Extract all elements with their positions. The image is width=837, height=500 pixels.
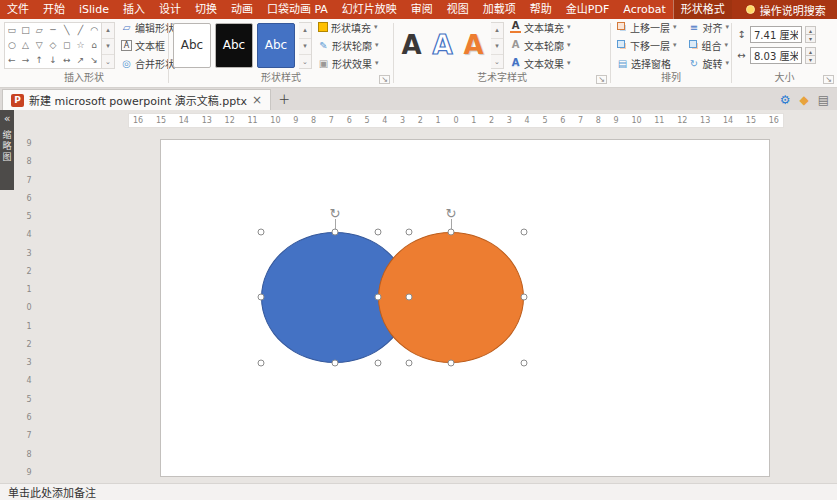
menu-tab-pocket-animation-pa[interactable]: 口袋动画 PA: [260, 0, 335, 19]
align-button[interactable]: ≡ 对齐 ▾: [687, 20, 732, 35]
height-spinner[interactable]: ▴ ▾: [805, 26, 816, 43]
menu-tab-review[interactable]: 审阅: [404, 0, 440, 19]
shape-style-preset-1[interactable]: Abc: [173, 23, 211, 68]
collapse-pane-icon[interactable]: «: [4, 112, 11, 125]
menu-tab-slide-show[interactable]: 幻灯片放映: [335, 0, 404, 19]
shape-icon[interactable]: ▭: [5, 23, 19, 38]
selection-handle[interactable]: [332, 229, 339, 236]
shape-icon[interactable]: ↗: [74, 53, 88, 68]
ruler-number: 13: [700, 116, 710, 125]
close-tab-icon[interactable]: ×: [252, 94, 262, 106]
shape-icon[interactable]: □: [19, 23, 33, 38]
menu-tab-jinshan-pdf[interactable]: 金山PDF: [559, 0, 616, 19]
shape-icon[interactable]: ○: [5, 38, 19, 53]
selection-pane-button[interactable]: ▤ 选择窗格: [615, 56, 679, 71]
shape-icon[interactable]: ↑: [32, 53, 46, 68]
shape-style-gallery-scrollbar[interactable]: ▴ ▾ ⌄: [299, 22, 312, 69]
document-tab[interactable]: P 新建 microsoft powerpoint 演示文稿.pptx ×: [2, 89, 271, 110]
selection-handle[interactable]: [521, 229, 528, 236]
rotate-icon: ↻: [689, 58, 700, 69]
shape-style-preset-3[interactable]: Abc: [257, 23, 295, 68]
shape-icon[interactable]: →: [19, 53, 33, 68]
text-box-icon: A: [121, 40, 132, 51]
shape-width-input[interactable]: [750, 47, 802, 64]
shape-gallery-scrollbar[interactable]: ▴ ▾ ⌄: [102, 22, 115, 69]
selection-handle[interactable]: [332, 360, 339, 367]
rotate-handle-icon[interactable]: ↻: [446, 207, 457, 220]
selection-handle[interactable]: [258, 229, 265, 236]
orange-circle-shape[interactable]: [378, 232, 524, 363]
selection-handle[interactable]: [375, 360, 382, 367]
menu-tab-shape-format[interactable]: 形状格式: [673, 0, 732, 19]
shape-icon[interactable]: ↘: [87, 53, 101, 68]
shape-icon[interactable]: ▱: [32, 23, 46, 38]
diamond-icon[interactable]: ◆: [799, 93, 808, 107]
text-outline-button[interactable]: A 文本轮廓 ▾: [508, 38, 573, 53]
shape-fill-button[interactable]: 形状填充 ▾: [316, 20, 381, 35]
tell-me-search[interactable]: 操作说明搜索: [732, 0, 837, 19]
shape-icon[interactable]: ⌂: [87, 38, 101, 53]
new-tab-button[interactable]: ＋: [278, 90, 290, 107]
menu-tab-acrobat[interactable]: Acrobat: [616, 0, 672, 19]
menu-tab-insert[interactable]: 插入: [116, 0, 152, 19]
bring-forward-button[interactable]: 上移一层 ▾: [615, 20, 679, 35]
selection-handle[interactable]: [375, 294, 382, 301]
width-spinner[interactable]: ▴ ▾: [805, 47, 816, 64]
shape-effects-button[interactable]: ▣ 形状效果 ▾: [316, 56, 381, 71]
selection-handle[interactable]: [406, 229, 413, 236]
shape-icon[interactable]: ←: [5, 53, 19, 68]
menu-tab-design[interactable]: 设计: [152, 0, 188, 19]
shape-icon[interactable]: ◇: [46, 38, 60, 53]
shape-icon[interactable]: ╲: [60, 23, 74, 38]
ruler-number: 6: [347, 116, 352, 125]
selection-handle[interactable]: [406, 360, 413, 367]
wordart-gallery-scrollbar[interactable]: ▴ ▾ ⌄: [491, 22, 504, 69]
send-backward-button[interactable]: 下移一层 ▾: [615, 38, 679, 53]
selection-handle[interactable]: [521, 294, 528, 301]
rotate-handle-icon[interactable]: ↻: [330, 207, 341, 220]
menu-tab-view[interactable]: 视图: [440, 0, 476, 19]
menu-tab-file[interactable]: 文件: [0, 0, 36, 19]
menu-tab-animations[interactable]: 动画: [224, 0, 260, 19]
shape-height-input[interactable]: [750, 26, 802, 43]
gear-icon[interactable]: ⚙: [780, 93, 791, 107]
shape-icon[interactable]: ╱: [74, 23, 88, 38]
selection-handle[interactable]: [258, 360, 265, 367]
menu-tab-help[interactable]: 帮助: [523, 0, 559, 19]
selection-handle[interactable]: [521, 360, 528, 367]
dialog-launcher-icon[interactable]: ↘: [596, 75, 607, 84]
selection-handle[interactable]: [448, 360, 455, 367]
menu-tab-home[interactable]: 开始: [36, 0, 72, 19]
wordart-preset-3[interactable]: A: [460, 23, 487, 68]
panel-icon[interactable]: ▤: [818, 93, 829, 107]
selection-handle[interactable]: [406, 294, 413, 301]
slide-canvas[interactable]: ↻ ↻: [160, 139, 770, 477]
menu-tab-transitions[interactable]: 切换: [188, 0, 224, 19]
shape-icon[interactable]: ─: [46, 23, 60, 38]
shape-icon[interactable]: ↔: [60, 53, 74, 68]
selection-handle[interactable]: [258, 294, 265, 301]
thumbnail-pane-collapsed[interactable]: « 缩略图: [0, 110, 14, 190]
group-button[interactable]: 组合 ▾: [687, 38, 732, 53]
dialog-launcher-icon[interactable]: ↘: [823, 75, 834, 84]
shape-icon[interactable]: ◠: [87, 23, 101, 38]
text-fill-button[interactable]: A 文本填充 ▾: [508, 20, 573, 35]
wordart-preset-2[interactable]: A: [429, 23, 456, 68]
shape-icon[interactable]: ▽: [32, 38, 46, 53]
shape-style-preset-2[interactable]: Abc: [215, 23, 253, 68]
rotate-button[interactable]: ↻ 旋转 ▾: [687, 56, 732, 71]
ruler-number: 8: [311, 116, 316, 125]
selection-handle[interactable]: [375, 229, 382, 236]
text-effects-button[interactable]: A 文本效果 ▾: [508, 56, 573, 71]
shape-icon[interactable]: ↓: [46, 53, 60, 68]
selection-handle[interactable]: [448, 229, 455, 236]
shape-icon[interactable]: ◻: [60, 38, 74, 53]
shape-icon[interactable]: △: [19, 38, 33, 53]
shape-icon[interactable]: ☆: [74, 38, 88, 53]
menu-tab-islide[interactable]: iSlide: [72, 0, 116, 19]
dialog-launcher-icon[interactable]: ↘: [379, 75, 390, 84]
shape-outline-button[interactable]: ✎ 形状轮廓 ▾: [316, 38, 381, 53]
notes-pane[interactable]: 单击此处添加备注: [0, 483, 837, 500]
wordart-preset-1[interactable]: A: [398, 23, 425, 68]
menu-tab-add-ins[interactable]: 加载项: [476, 0, 523, 19]
